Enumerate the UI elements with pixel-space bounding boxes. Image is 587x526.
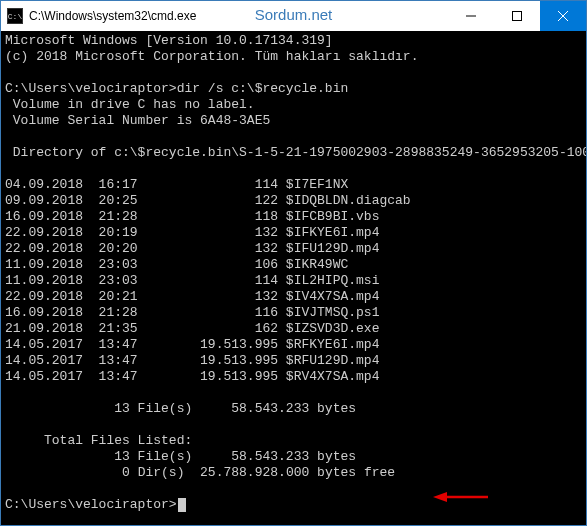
subtotal-bytes: 58.543.233 bytes (231, 401, 356, 416)
titlebar[interactable]: C:\ C:\Windows\system32\cmd.exe Sordum.n… (1, 1, 586, 31)
window-controls (448, 1, 586, 31)
total-files: 13 File(s) (114, 449, 192, 464)
file-listing: 04.09.2018 16:17 114 $I7EF1NX 09.09.2018… (5, 177, 411, 384)
header-line2: (c) 2018 Microsoft Corporation. Tüm hakl… (5, 49, 418, 64)
total-header: Total Files Listed: (5, 433, 192, 448)
window-title: C:\Windows\system32\cmd.exe (29, 9, 448, 23)
prompt-1: C:\Users\velociraptor> (5, 81, 177, 96)
maximize-button[interactable] (494, 1, 540, 31)
watermark: Sordum.net (255, 6, 333, 23)
svg-rect-1 (513, 12, 522, 21)
cmd-icon: C:\ (7, 8, 23, 24)
total-bytes: 58.543.233 (231, 449, 309, 464)
header-line1: Microsoft Windows [Version 10.0.17134.31… (5, 33, 333, 48)
terminal-output[interactable]: Microsoft Windows [Version 10.0.17134.31… (1, 31, 586, 525)
directory-header: Directory of c:\$recycle.bin\S-1-5-21-19… (5, 145, 586, 160)
volume-serial: Volume Serial Number is 6A48-3AE5 (5, 113, 270, 128)
total-bytes-label: bytes (317, 449, 356, 464)
total-dirs: 0 Dir(s) (122, 465, 184, 480)
command-1: dir /s c:\$recycle.bin (177, 81, 349, 96)
prompt-2: C:\Users\velociraptor> (5, 497, 177, 512)
close-button[interactable] (540, 1, 586, 31)
minimize-button[interactable] (448, 1, 494, 31)
svg-marker-5 (433, 492, 447, 502)
cmd-window: C:\ C:\Windows\system32\cmd.exe Sordum.n… (0, 0, 587, 526)
volume-label: Volume in drive C has no label. (5, 97, 255, 112)
cursor (178, 498, 186, 512)
subtotal-files: 13 File(s) (114, 401, 192, 416)
total-free: 25.788.928.000 bytes free (200, 465, 395, 480)
